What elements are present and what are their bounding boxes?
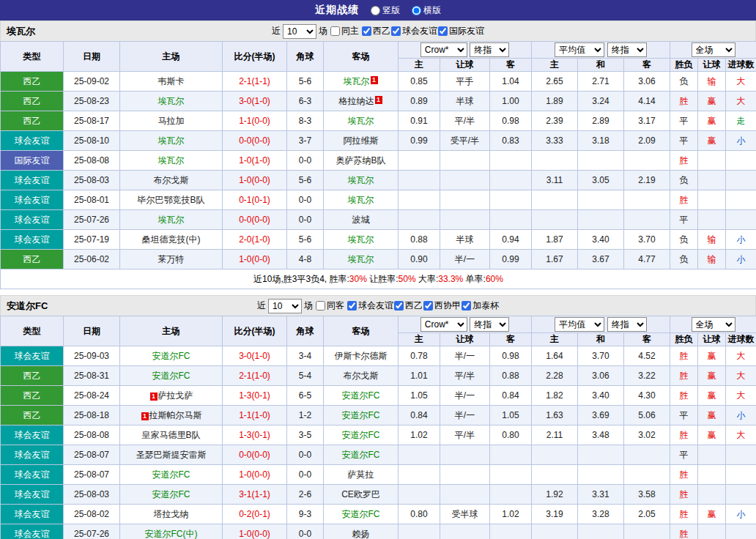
subcol-goals: 进球数: [726, 59, 756, 72]
handicap-result: 赢: [698, 505, 726, 524]
average-index-select[interactable]: 终指: [607, 317, 647, 332]
league-filter[interactable]: 球会友谊: [346, 300, 393, 312]
layout-option-horizontal[interactable]: 横版: [412, 4, 441, 17]
average-away-odds: [624, 445, 670, 465]
subcol-bookmaker-home: 主: [399, 333, 440, 346]
bookmaker-home-odds: 0.90: [399, 250, 440, 270]
average-draw-odds: 3.40: [578, 386, 624, 406]
away-team-name: 阿拉维斯: [344, 135, 379, 146]
goals-result: [726, 210, 756, 230]
league-label: 西乙: [373, 25, 390, 37]
league-checkbox[interactable]: [362, 26, 371, 36]
match-type-badge: 西乙: [1, 366, 64, 386]
away-team-name: CE欧罗巴: [341, 489, 380, 499]
league-filter[interactable]: 西乙: [361, 25, 390, 37]
summary-segment: 60%: [486, 274, 503, 284]
match-type-badge: 球会友谊: [1, 230, 64, 250]
summary-segment: 50%: [399, 274, 416, 284]
layout-option-vertical[interactable]: 竖版: [371, 4, 400, 17]
goals-result: 小: [726, 131, 756, 151]
match-row: 西乙25-06-02莱万特1-0(0-0)4-8埃瓦尔0.90半/一0.991.…: [1, 250, 756, 270]
match-result: 胜: [670, 346, 698, 366]
scope-select[interactable]: 全场: [692, 317, 735, 332]
league-checkbox[interactable]: [394, 301, 404, 311]
col-header-score: 比分(半场): [223, 316, 287, 346]
away-team-cell: 安道尔FC: [324, 425, 399, 445]
league-label: 球会友谊: [402, 25, 437, 37]
league-filter[interactable]: 加泰杯: [461, 300, 499, 312]
bookmaker-away-odds: [490, 151, 532, 171]
match-count-select[interactable]: 10: [268, 299, 302, 313]
average-select[interactable]: 平均值: [555, 42, 604, 57]
match-score: 1-0(0-0): [223, 524, 287, 539]
match-date: 25-08-24: [64, 386, 120, 406]
home-team-name: 布尔戈斯: [154, 175, 189, 185]
league-filter[interactable]: 西乙: [393, 300, 423, 312]
bookmaker-odds-header: Crow* 终指: [399, 316, 532, 333]
bookmaker-home-odds: 0.78: [399, 346, 440, 366]
summary-segment: 近10场,胜3平3负4, 胜率:: [253, 274, 349, 284]
corner-count: 5-6: [287, 72, 324, 92]
average-home-odds: 1.87: [532, 230, 578, 250]
col-header-home: 主场: [120, 316, 223, 346]
match-score: 3-0(1-0): [223, 346, 287, 366]
match-date: 25-08-10: [64, 131, 120, 151]
average-away-odds: 4.77: [624, 250, 670, 270]
league-checkbox[interactable]: [423, 301, 433, 311]
bookmaker-home-odds: [399, 445, 440, 465]
scope-select[interactable]: 全场: [692, 42, 735, 57]
average-draw-odds: [578, 445, 624, 465]
bookmaker-away-odds: 0.99: [490, 250, 532, 270]
away-team-name: 埃瓦尔: [344, 76, 370, 86]
home-team-cell: 毕尔巴鄂竞技B队: [120, 190, 223, 210]
league-label: 球会友谊: [358, 300, 393, 312]
bookmaker-select[interactable]: Crow*: [420, 42, 467, 57]
home-team-cell: 布尔戈斯: [120, 171, 223, 190]
horizontal-layout-radio[interactable]: [412, 6, 421, 15]
handicap-result: 赢: [698, 386, 726, 406]
match-result: 负: [670, 250, 698, 270]
goals-result: 小: [726, 250, 756, 270]
goals-result: 大: [726, 92, 756, 111]
match-row: 西乙25-08-17马拉加1-1(0-0)8-3埃瓦尔0.91平/半0.982.…: [1, 111, 756, 131]
bookmaker-home-odds: 0.88: [399, 230, 440, 250]
corner-count: 6-3: [287, 92, 324, 111]
subcol-average-home: 主: [532, 59, 578, 72]
handicap-line: 平/半: [440, 425, 490, 445]
match-count-select[interactable]: 10: [283, 24, 316, 39]
same-venue-filter[interactable]: 同客: [315, 300, 344, 312]
match-date: 25-07-26: [64, 210, 120, 230]
match-score: 2-1(1-0): [223, 366, 287, 386]
corner-count: 0-0: [287, 210, 324, 230]
home-team-cell: 埃瓦尔: [120, 92, 223, 111]
league-filter[interactable]: 西协甲: [423, 300, 461, 312]
bookmaker-index-select[interactable]: 终指: [470, 42, 509, 57]
bookmaker-away-odds: [490, 485, 532, 505]
league-filter[interactable]: 国际友谊: [437, 25, 484, 37]
average-select[interactable]: 平均值: [555, 317, 604, 332]
same-venue-checkbox[interactable]: [330, 26, 340, 36]
match-date: 25-08-07: [64, 465, 120, 485]
col-header-date: 日期: [64, 316, 120, 346]
vertical-layout-radio[interactable]: [371, 6, 380, 15]
bookmaker-select[interactable]: Crow*: [420, 317, 467, 332]
corner-count: 6-5: [287, 386, 324, 406]
league-checkbox[interactable]: [347, 301, 357, 311]
same-venue-checkbox[interactable]: [316, 301, 325, 311]
match-row: 球会友谊25-08-08皇家马德里B队1-3(0-1)3-5安道尔FC1.02平…: [1, 425, 756, 445]
league-filter[interactable]: 球会友谊: [390, 25, 437, 37]
bookmaker-index-select[interactable]: 终指: [470, 317, 509, 332]
league-checkbox[interactable]: [462, 301, 471, 311]
handicap-result: 赢: [698, 425, 726, 445]
league-checkbox[interactable]: [438, 26, 448, 36]
bookmaker-home-odds: 0.89: [399, 92, 440, 111]
same-venue-filter[interactable]: 同主: [330, 25, 359, 37]
league-checkbox[interactable]: [391, 26, 401, 36]
home-team-name: 埃瓦尔: [158, 215, 185, 225]
away-team-cell: 安道尔FC: [324, 386, 399, 406]
match-date: 25-08-08: [64, 425, 120, 445]
average-draw-odds: [578, 465, 624, 485]
average-index-select[interactable]: 终指: [607, 42, 647, 57]
away-team-cell: 安道尔FC: [324, 406, 399, 425]
match-type-badge: 球会友谊: [1, 524, 64, 539]
